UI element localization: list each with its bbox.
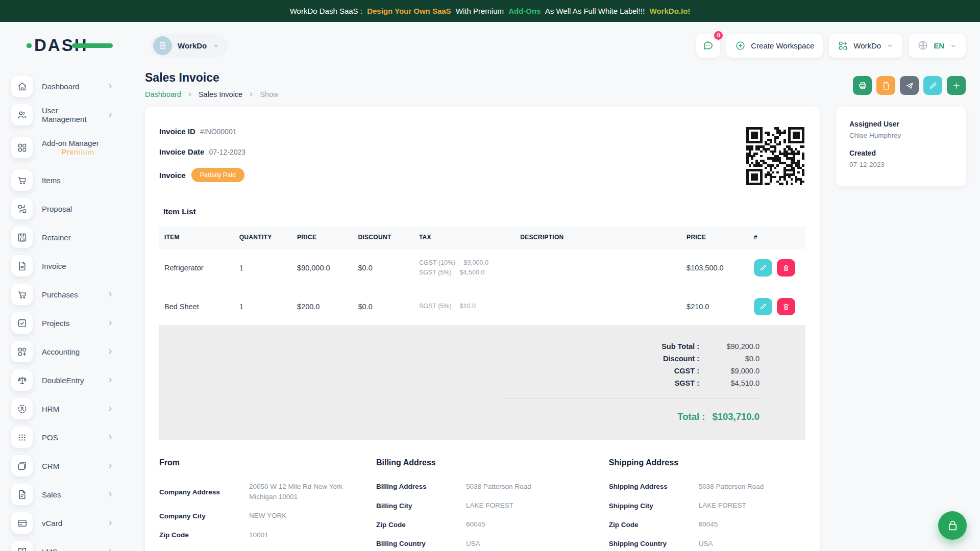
addresses-section: FromCompany Address20050 W 12 Mile Rd Ne… — [159, 458, 805, 551]
sidebar-item-sales[interactable]: Sales — [11, 480, 114, 509]
breadcrumb-dashboard[interactable]: Dashboard — [145, 90, 181, 98]
export-button[interactable] — [876, 76, 895, 95]
sidebar-item-crm[interactable]: CRM — [11, 452, 114, 480]
sidebar-item-accounting[interactable]: Accounting — [11, 337, 114, 366]
shop-fab-button[interactable] — [938, 511, 967, 540]
retainer-icon — [11, 227, 33, 248]
address-row: Shipping CountryUSA — [609, 539, 805, 549]
invoice-status-label: Invoice — [159, 171, 186, 180]
trash-icon — [782, 303, 790, 311]
edit-item-button[interactable] — [754, 298, 772, 315]
trash-icon — [782, 264, 790, 272]
create-workspace-button[interactable]: Create Workspace — [726, 34, 823, 58]
invoice-date-value: 07-12-2023 — [209, 148, 246, 156]
chevron-right-icon — [107, 519, 114, 527]
column-header: QUANTITY — [234, 227, 292, 248]
breadcrumb-show: Show — [260, 90, 278, 98]
send-button[interactable] — [900, 76, 919, 95]
invoice-icon — [11, 255, 33, 277]
sidebar-item-purchases[interactable]: Purchases — [11, 280, 114, 309]
delete-item-button[interactable] — [777, 298, 795, 315]
crm-icon — [11, 455, 33, 477]
address-title: From — [159, 458, 360, 467]
workdo-menu-button[interactable]: WorkDo — [829, 34, 902, 58]
sidebar-item-doubleentry[interactable]: DoubleEntry — [11, 366, 114, 394]
sidebar-item-lms[interactable]: LMS — [11, 537, 114, 551]
assigned-user-label: Assigned User — [849, 120, 952, 128]
item-discount: $0.0 — [353, 288, 413, 325]
chevron-right-icon — [107, 319, 114, 327]
page-actions — [853, 76, 966, 95]
messages-button[interactable]: 0 — [696, 34, 720, 58]
summary-row: Discount :$0.0 — [159, 355, 760, 363]
chevron-right-icon — [107, 434, 114, 441]
invoice-id-label: Invoice ID — [159, 127, 195, 136]
item-total: $103,500.0 — [681, 248, 749, 288]
sales-icon — [11, 484, 33, 505]
print-button[interactable] — [853, 76, 872, 95]
sidebar-item-hrm[interactable]: HRM — [11, 394, 114, 423]
premium-badge: Premium — [42, 147, 114, 156]
sidebar-item-proposal[interactable]: Proposal — [11, 194, 114, 223]
file-icon — [881, 81, 891, 90]
printer-icon — [858, 81, 867, 90]
sidebar-item-add-on-manager[interactable]: Add-on ManagerPremium — [11, 129, 114, 166]
chat-icon — [702, 40, 714, 52]
pencil-icon — [759, 303, 767, 311]
sidebar-item-items[interactable]: Items — [11, 166, 114, 194]
scales-icon — [11, 369, 33, 391]
dots-icon — [11, 427, 33, 448]
item-list-title: Item List — [159, 207, 805, 216]
chevron-right-icon — [107, 462, 114, 469]
chevron-right-icon — [187, 91, 193, 97]
page-title: Sales Invoice — [145, 71, 278, 85]
chevron-down-icon — [212, 42, 220, 49]
status-badge: Partialy Paid — [191, 168, 244, 182]
invoice-card: Invoice ID #INO00001 Invoice Date 07-12-… — [145, 107, 820, 551]
banner-text: WorkDo Dash SaaS : — [290, 7, 364, 15]
sidebar-item-pos[interactable]: POS — [11, 423, 114, 452]
sidebar-item-vcard[interactable]: vCard — [11, 509, 114, 537]
total-label: Total : — [677, 411, 705, 422]
chevron-down-icon — [949, 42, 957, 49]
top-bar: DASH WorkDo 0 Create Workspace WorkDo EN — [0, 22, 980, 69]
plus-circle-icon — [735, 40, 746, 51]
address-row: Company Address20050 W 12 Mile Rd New Yo… — [159, 482, 360, 503]
chevron-right-icon — [107, 548, 114, 551]
edit-button[interactable] — [923, 76, 942, 95]
sidebar-item-projects[interactable]: Projects — [11, 309, 114, 337]
address-row: Zip Code10001 — [159, 530, 360, 540]
banner-link[interactable]: WorkDo.Io! — [650, 7, 691, 15]
send-icon — [905, 81, 914, 90]
column-header: DESCRIPTION — [515, 227, 681, 248]
logo-text: DASH — [34, 36, 88, 55]
chevron-right-icon — [107, 491, 114, 498]
assigned-user-card: Assigned User Chloe Humphrey Created 07-… — [836, 107, 966, 186]
edit-item-button[interactable] — [754, 259, 772, 277]
workspace-selector[interactable]: WorkDo — [150, 34, 228, 58]
address-row: Shipping Address5038 Patterson Road — [609, 482, 805, 492]
sidebar-item-invoice[interactable]: Invoice — [11, 252, 114, 280]
column-header: PRICE — [292, 227, 353, 248]
sidebar-item-dashboard[interactable]: Dashboard — [11, 72, 114, 101]
item-description — [515, 248, 681, 288]
address-row: Zip Code60045 — [609, 519, 805, 530]
sidebar-item-user-management[interactable]: User Management — [11, 101, 114, 129]
summary-divider — [504, 398, 760, 399]
delete-item-button[interactable] — [777, 259, 795, 277]
chevron-right-icon — [107, 291, 114, 298]
address-row: Company CountryUnited States — [159, 549, 360, 551]
chevron-down-icon — [886, 42, 894, 49]
invoice-date-label: Invoice Date — [159, 147, 204, 156]
shopping-bag-icon — [946, 519, 959, 532]
language-selector[interactable]: EN — [909, 34, 966, 58]
projects-icon — [11, 312, 33, 334]
breadcrumb-sales-invoice[interactable]: Sales Invoice — [199, 90, 242, 98]
chevron-right-icon — [107, 111, 114, 118]
chevron-right-icon — [248, 91, 254, 97]
total-value: $103,710.0 — [712, 411, 760, 422]
add-button[interactable] — [947, 76, 966, 95]
sidebar-item-retainer[interactable]: Retainer — [11, 223, 114, 252]
app-logo[interactable]: DASH — [34, 36, 150, 55]
chevron-right-icon — [107, 405, 114, 412]
